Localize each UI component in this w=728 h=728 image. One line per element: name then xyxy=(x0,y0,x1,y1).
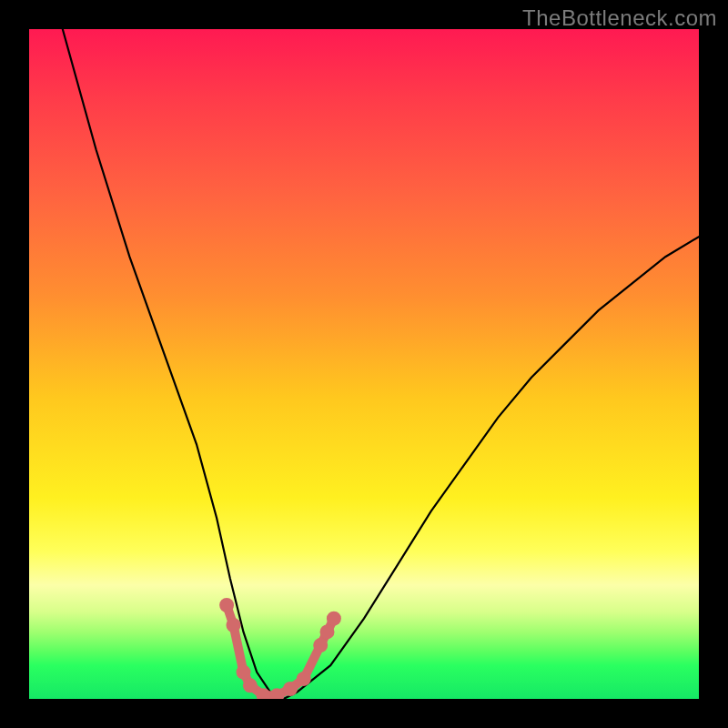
plot-area xyxy=(29,29,699,699)
chart-frame: TheBottleneck.com xyxy=(0,0,728,728)
bottleneck-curve xyxy=(29,29,699,699)
marker-dot xyxy=(320,624,335,639)
highlight-markers xyxy=(219,598,341,699)
watermark-text: TheBottleneck.com xyxy=(522,5,717,31)
marker-dot xyxy=(237,665,251,680)
marker-dot xyxy=(219,598,234,612)
marker-dot xyxy=(313,638,328,652)
curve-path xyxy=(63,29,699,699)
marker-dot xyxy=(243,678,258,693)
marker-dot xyxy=(327,612,341,626)
marker-dot xyxy=(283,682,298,696)
marker-dot xyxy=(297,672,311,686)
marker-dot xyxy=(227,618,241,632)
